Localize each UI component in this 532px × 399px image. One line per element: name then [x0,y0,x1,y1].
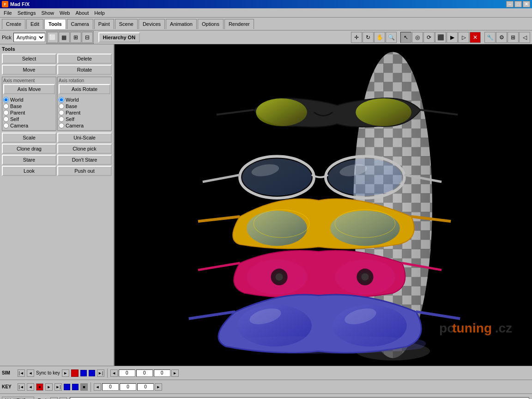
frame-nav-left[interactable]: ◄ [110,369,118,377]
menu-file[interactable]: File [1,9,15,17]
pick-select[interactable]: Anything [13,33,45,42]
key-blue1-btn[interactable] [64,384,70,390]
walk-icon[interactable]: ▷ [458,32,469,43]
dont-stare-button[interactable]: Don't Stare [57,155,112,165]
axis-rotate-self[interactable]: Self [59,116,110,122]
frame-input-3[interactable] [154,369,170,377]
axis-move-camera[interactable]: Camera [3,123,55,128]
minimize-button[interactable]: ─ [506,1,514,7]
tab-camera[interactable]: Camera [67,19,93,29]
viewport[interactable]: pc tuning .cz [115,44,532,366]
tab-animation[interactable]: Animation [166,19,197,29]
dolly-icon[interactable]: ⬛ [435,32,446,43]
axis-move-button[interactable]: Axis Move [3,84,55,94]
key-frame-3[interactable] [137,383,154,391]
sim-start-btn[interactable]: |◄ [18,369,25,377]
uni-scale-button[interactable]: Uni-Scale [57,133,112,143]
tab-options[interactable]: Options [198,19,224,29]
tool1-icon[interactable]: 🔧 [484,32,496,43]
sim-prev-btn[interactable]: ◄ [27,369,34,377]
pan-icon[interactable]: ✋ [374,32,385,43]
zoom-icon[interactable]: 🔍 [386,32,397,43]
stop-icon[interactable]: ✕ [470,32,481,43]
key-nav-right[interactable]: ► [155,383,162,391]
axis-rotate-base[interactable]: Base [59,103,110,109]
tool3-icon[interactable]: ⊞ [508,32,519,43]
stare-button[interactable]: Stare [2,155,56,165]
frame-input-1[interactable] [119,369,135,377]
axis-move-parent[interactable]: Parent [3,110,55,115]
tools-nav-right[interactable]: ► [60,397,67,399]
axis-move-base[interactable]: Base [3,103,55,109]
tab-devices[interactable]: Devices [139,19,165,29]
clone-pick-button[interactable]: Clone pick [57,144,112,154]
svg-point-24 [247,211,307,246]
timeline-track[interactable] [70,397,529,399]
tab-scene[interactable]: Scene [115,19,138,29]
icon-group-1: ⬜ ▦ ⊞ ⊟ [46,31,94,44]
sim-blue1-btn[interactable] [80,370,87,376]
orbit-icon[interactable]: ⟳ [423,32,435,43]
rotate-button[interactable]: Rotate [57,65,112,75]
menu-help[interactable]: Help [91,9,108,17]
axis-rotate-world[interactable]: World [59,97,110,103]
icon-view1[interactable]: ⬜ [47,32,58,43]
frame-input-2[interactable] [136,369,153,377]
scale-button[interactable]: Scale [2,133,56,143]
tab-edit[interactable]: Edit [26,19,43,29]
axis-move-world[interactable]: World [3,97,55,103]
tab-paint[interactable]: Paint [94,19,114,29]
axis-rotate-parent[interactable]: Parent [59,110,110,115]
anim-bar-key: KEY |◄ ◄ ● ► ►| ■ ◄ ► [0,380,532,393]
menu-web[interactable]: Web [57,9,73,17]
tab-create[interactable]: Create [2,19,25,29]
tab-tools[interactable]: Tools [44,19,66,29]
key-play-btn[interactable]: ► [45,383,53,391]
key-record-dot[interactable]: ● [36,383,43,391]
app-icon: F [2,1,8,7]
sim-blue2-btn[interactable] [89,370,95,376]
key-frame-2[interactable] [120,383,136,391]
tools-nav-left[interactable]: ◄ [50,397,58,399]
close-button[interactable]: ✕ [523,1,530,7]
menu-about[interactable]: About [73,9,91,17]
key-prev-btn[interactable]: ◄ [27,383,34,391]
push-out-button[interactable]: Push out [57,166,112,176]
delete-button[interactable]: Delete [57,54,112,64]
key-start-btn[interactable]: |◄ [18,383,25,391]
key-blue2-btn[interactable] [72,384,79,390]
sim-record-btn[interactable] [71,369,79,377]
key-nav-left[interactable]: ◄ [94,383,101,391]
icon-view2[interactable]: ▦ [59,32,70,43]
tab-renderer[interactable]: Renderer [224,19,254,29]
clone-drag-button[interactable]: Clone drag [2,144,56,154]
hierarchy-button[interactable]: Hierarchy ON [98,32,140,42]
target-icon[interactable]: ◎ [412,32,423,43]
key-frame-1[interactable] [102,383,119,391]
icon-view4[interactable]: ⊟ [82,32,93,43]
fly-icon[interactable]: ▶ [447,32,458,43]
all-keys-select[interactable]: ALL KEYS [2,397,34,399]
move-icon[interactable]: ✛ [351,32,362,43]
axis-rotate-camera[interactable]: Camera [59,123,110,128]
select-button[interactable]: Select [2,54,56,64]
axis-rotation-title: Axis rotation [59,78,110,83]
key-next-btn[interactable]: ►| [54,383,62,391]
menu-show[interactable]: Show [38,9,57,17]
tool4-icon[interactable]: ◁ [519,32,530,43]
select-arrow-icon[interactable]: ↖ [400,32,411,43]
look-button[interactable]: Look [2,166,56,176]
title-bar-buttons[interactable]: ─ □ ✕ [506,1,530,7]
move-button[interactable]: Move [2,65,56,75]
axis-rotate-button[interactable]: Axis Rotate [59,84,110,94]
menu-settings[interactable]: Settings [15,9,39,17]
maximize-button[interactable]: □ [514,1,522,7]
key-stop-btn[interactable]: ■ [80,383,88,391]
tool2-icon[interactable]: ⚙ [496,32,507,43]
axis-move-self[interactable]: Self [3,116,55,122]
rotate-icon[interactable]: ↻ [363,32,374,43]
sim-next-btn[interactable]: ►| [97,369,104,377]
sim-play-btn[interactable]: ► [62,369,69,377]
icon-view3[interactable]: ⊞ [70,32,81,43]
frame-nav-right[interactable]: ► [171,369,179,377]
